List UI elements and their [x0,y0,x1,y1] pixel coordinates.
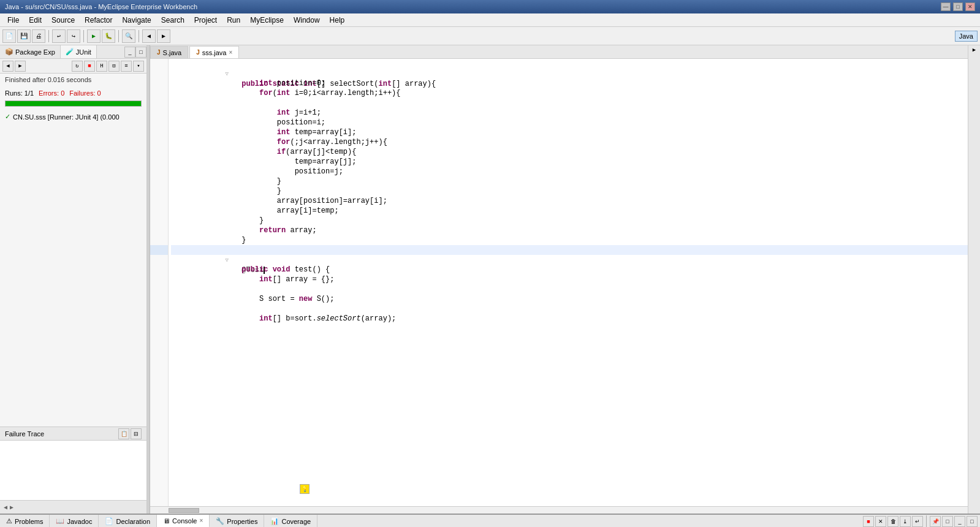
menu-source[interactable]: Source [47,15,80,26]
line-num-1 [150,59,168,69]
forward-button[interactable]: ▶ [157,29,170,43]
code-line-20: ▽ @Test [171,245,968,255]
line-num-16 [150,206,168,216]
tab-s-java[interactable]: J S.java [150,46,188,58]
javadoc-label: Javadoc [67,518,92,525]
menu-run[interactable]: Run [222,15,245,26]
line-num-19 [150,235,168,245]
quick-fix-bulb[interactable]: 💡 [300,484,310,494]
coverage-icon: 📊 [270,517,279,525]
search-button[interactable]: 🔍 [122,29,135,43]
code-lines[interactable]: ▽ public static int[] selectSort(int[] a… [169,59,968,506]
stop-button[interactable]: ■ [84,61,95,72]
tab-declaration[interactable]: 📄 Declaration [99,515,157,527]
back-button[interactable]: ◀ [142,29,156,43]
sss-java-close[interactable]: × [229,49,232,56]
coverage-label: Coverage [281,518,311,525]
tab-sss-java[interactable]: J sss.java × [189,46,239,58]
rerun-button[interactable]: ↻ [72,61,83,72]
line-num-5 [150,98,168,108]
menu-navigate[interactable]: Navigate [117,15,156,26]
left-nav-next[interactable]: ▶ [15,61,26,72]
console-minimize[interactable]: _ [954,516,965,527]
main-area: 📦 Package Exp 🧪 JUnit _ □ ◀ ▶ ↻ ■ H ⊟ ≡ … [0,45,980,514]
console-terminate-button[interactable]: ■ [863,516,874,527]
tab-coverage[interactable]: 📊 Coverage [264,515,317,527]
tab-package-label: Package Exp [15,48,55,56]
filter-button[interactable]: ⊟ [108,61,120,72]
menu-myeclipse[interactable]: MyEclipse [245,15,289,26]
junit-test-item[interactable]: ✓ CN.SU.sss [Runner: JUnit 4] (0.000 [2,112,144,122]
console-new-window[interactable]: □ [942,516,953,527]
undo-button[interactable]: ↩ [52,29,66,43]
code-editor[interactable]: ▽ public static int[] selectSort(int[] a… [150,59,968,506]
fold-arrow-1[interactable]: ▽ [224,71,229,77]
new-button[interactable]: 📄 [2,29,16,43]
failures-label: Failures: 0 [69,89,101,97]
toolbar-separator-1 [48,30,49,42]
toolbar-separator-4 [139,30,139,42]
console-maximize[interactable]: □ [967,516,978,527]
close-button[interactable]: ✕ [965,2,975,11]
menu-refactor[interactable]: Refactor [80,15,117,26]
history-button[interactable]: H [96,61,107,72]
javadoc-icon: 📖 [56,517,64,525]
console-close[interactable]: × [199,517,203,524]
h-scroll-thumb[interactable] [169,508,199,513]
tab-javadoc[interactable]: 📖 Javadoc [50,515,99,527]
left-collapse-next[interactable]: ▶ [9,504,15,511]
maximize-button[interactable]: □ [953,2,963,11]
menu-help[interactable]: Help [325,15,350,26]
line-num-26 [150,304,168,314]
problems-label: Problems [15,518,43,525]
code-line-19 [171,235,968,245]
code-line-13: } [171,176,968,186]
print-button[interactable]: 🖨 [32,29,45,43]
title-text: Java - su/src/CN/SU/sss.java - MyEclipse… [5,3,197,10]
redo-button[interactable]: ↪ [67,29,80,43]
tab-properties[interactable]: 🔧 Properties [210,515,264,527]
bottom-tabs-wrapper: ⚠ Problems 📖 Javadoc 📄 Declaration 🖥 Con… [0,515,980,527]
console-word-wrap[interactable]: ↵ [912,516,923,527]
minimize-panel-button[interactable]: _ [124,47,135,58]
line-num-23 [150,275,168,284]
left-nav-prev[interactable]: ◀ [2,61,13,72]
layout-button[interactable]: ≡ [121,61,132,72]
fold-arrow-20[interactable]: ▽ [224,257,229,264]
maximize-panel-button[interactable]: □ [135,47,146,58]
titlebar: Java - su/src/CN/SU/sss.java - MyEclipse… [0,0,980,13]
failure-filter-button[interactable]: ⊟ [131,428,142,439]
tab-package-explorer[interactable]: 📦 Package Exp [0,45,61,58]
left-collapse-prev[interactable]: ◀ [2,504,9,511]
line-num-18 [150,226,168,235]
code-line-26: int[] b=sort.selectSort(array); [171,304,968,314]
line-num-22 [150,265,168,275]
run-button[interactable]: ▶ [87,29,101,43]
perspective-button[interactable]: Java [955,31,978,42]
menu-project[interactable]: Project [189,15,222,26]
tab-console[interactable]: 🖥 Console × [157,515,210,527]
failure-trace-content [0,441,146,500]
failure-trace-header: Failure Trace 📋 ⊟ [0,427,146,441]
junit-tree[interactable]: ✓ CN.SU.sss [Runner: JUnit 4] (0.000 [0,109,146,427]
horizontal-scrollbar[interactable] [150,506,968,514]
console-scroll-end[interactable]: ⤓ [900,516,911,527]
view-menu-button[interactable]: ▾ [133,61,144,72]
tab-junit[interactable]: 🧪 JUnit [61,45,97,58]
console-clear-button[interactable]: 🗑 [887,516,898,527]
debug-button[interactable]: 🐛 [102,29,115,43]
console-remove-button[interactable]: ✕ [875,516,886,527]
code-line-24: S sort = new S(); [171,284,968,294]
console-pin[interactable]: 📌 [930,516,941,527]
menu-edit[interactable]: Edit [24,15,47,26]
left-panel-toolbar: ◀ ▶ ↻ ■ H ⊟ ≡ ▾ [0,59,146,74]
right-panel-toggle[interactable]: ▶ [971,45,977,55]
failure-copy-button[interactable]: 📋 [118,428,129,439]
menu-window[interactable]: Window [289,15,325,26]
tab-problems[interactable]: ⚠ Problems [0,515,50,527]
menu-search[interactable]: Search [156,15,189,26]
menu-file[interactable]: File [2,15,24,26]
save-button[interactable]: 💾 [17,29,31,43]
minimize-button[interactable]: — [941,2,951,11]
errors-label: Errors: 0 [39,89,64,97]
